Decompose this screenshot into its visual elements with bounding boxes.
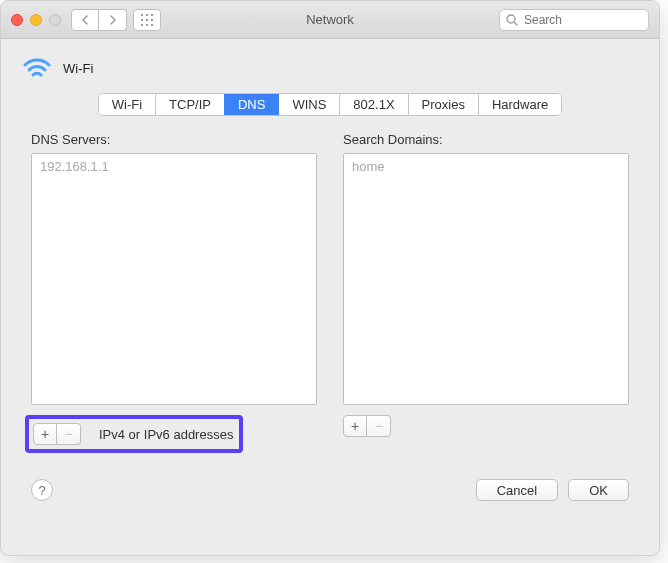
svg-rect-0 — [141, 14, 143, 16]
search-domains-label: Search Domains: — [343, 132, 629, 147]
instruction-highlight: + − IPv4 or IPv6 addresses — [25, 415, 243, 453]
dns-servers-list[interactable]: 192.168.1.1 — [31, 153, 317, 405]
tab-wi-fi[interactable]: Wi-Fi — [99, 94, 155, 115]
tab-dns[interactable]: DNS — [224, 94, 278, 115]
network-preferences-window: Network Wi-Fi Wi-FiTCP/IPDNSWINS802.1XPr… — [0, 0, 660, 556]
tab-tcp-ip[interactable]: TCP/IP — [155, 94, 224, 115]
titlebar: Network — [1, 1, 659, 39]
connection-name: Wi-Fi — [63, 61, 93, 76]
chevron-right-icon — [109, 15, 117, 25]
search-domains-add-button[interactable]: + — [343, 415, 367, 437]
grid-icon — [141, 14, 153, 26]
nav-buttons — [71, 9, 127, 31]
connection-header: Wi-Fi — [23, 57, 637, 79]
svg-rect-2 — [151, 14, 153, 16]
dns-hint-text: IPv4 or IPv6 addresses — [99, 427, 233, 442]
svg-line-10 — [514, 22, 517, 25]
wifi-icon — [23, 57, 51, 79]
dns-below-row: + − IPv4 or IPv6 addresses — [31, 415, 317, 453]
search-input[interactable] — [522, 12, 642, 28]
dns-remove-button[interactable]: − — [57, 423, 81, 445]
plus-icon: + — [351, 418, 359, 434]
help-icon: ? — [38, 483, 45, 498]
show-all-button[interactable] — [133, 9, 161, 31]
svg-rect-8 — [151, 24, 153, 26]
minus-icon: − — [374, 418, 382, 434]
search-icon — [506, 14, 518, 26]
forward-button[interactable] — [99, 9, 127, 31]
dns-servers-label: DNS Servers: — [31, 132, 317, 147]
tabs-row: Wi-FiTCP/IPDNSWINS802.1XProxiesHardware — [23, 93, 637, 116]
window-controls — [11, 14, 61, 26]
list-item[interactable]: home — [350, 158, 622, 175]
footer: ? Cancel OK — [23, 479, 637, 501]
plus-icon: + — [41, 426, 49, 442]
svg-rect-1 — [146, 14, 148, 16]
tabs: Wi-FiTCP/IPDNSWINS802.1XProxiesHardware — [98, 93, 563, 116]
dns-add-remove-group: + − — [33, 423, 81, 445]
search-domains-add-remove-group: + − — [343, 415, 391, 437]
cancel-button[interactable]: Cancel — [476, 479, 558, 501]
ok-button[interactable]: OK — [568, 479, 629, 501]
list-item[interactable]: 192.168.1.1 — [38, 158, 310, 175]
maximize-window-button — [49, 14, 61, 26]
search-domains-list[interactable]: home — [343, 153, 629, 405]
content-area: Wi-Fi Wi-FiTCP/IPDNSWINS802.1XProxiesHar… — [1, 39, 659, 519]
svg-rect-7 — [146, 24, 148, 26]
panels: DNS Servers: 192.168.1.1 + − IPv4 or IPv… — [31, 132, 629, 453]
minimize-window-button[interactable] — [30, 14, 42, 26]
back-button[interactable] — [71, 9, 99, 31]
close-window-button[interactable] — [11, 14, 23, 26]
tab-802-1x[interactable]: 802.1X — [339, 94, 407, 115]
search-domains-panel: Search Domains: home + − — [343, 132, 629, 453]
svg-rect-5 — [151, 19, 153, 21]
help-button[interactable]: ? — [31, 479, 53, 501]
minus-icon: − — [64, 426, 72, 442]
chevron-left-icon — [81, 15, 89, 25]
dns-servers-panel: DNS Servers: 192.168.1.1 + − IPv4 or IPv… — [31, 132, 317, 453]
svg-rect-3 — [141, 19, 143, 21]
svg-rect-6 — [141, 24, 143, 26]
tab-wins[interactable]: WINS — [278, 94, 339, 115]
search-domains-remove-button[interactable]: − — [367, 415, 391, 437]
tab-proxies[interactable]: Proxies — [408, 94, 478, 115]
svg-rect-4 — [146, 19, 148, 21]
dns-add-button[interactable]: + — [33, 423, 57, 445]
search-domains-below-row: + − — [343, 415, 629, 437]
search-field-wrap[interactable] — [499, 9, 649, 31]
tab-hardware[interactable]: Hardware — [478, 94, 561, 115]
